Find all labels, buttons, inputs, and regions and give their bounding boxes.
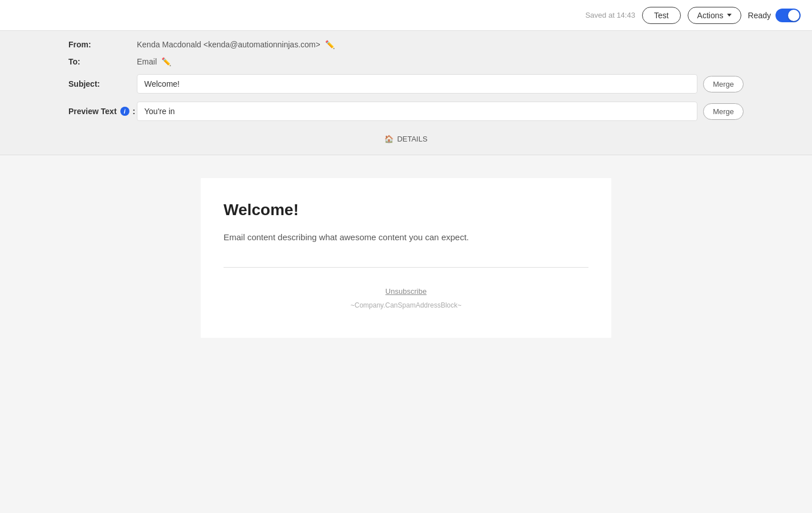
preview-info-icon[interactable]: i — [120, 107, 129, 116]
details-panel: From: Kenda Macdonald <kenda@automationn… — [0, 31, 812, 155]
saved-timestamp: Saved at 14:43 — [585, 11, 635, 19]
from-edit-icon[interactable]: ✏️ — [325, 40, 335, 49]
from-label: From: — [68, 40, 137, 49]
main-content: Welcome! Email content describing what a… — [0, 178, 812, 513]
from-row: From: Kenda Macdonald <kenda@automationn… — [68, 40, 744, 49]
preview-merge-button[interactable]: Merge — [703, 103, 744, 120]
details-toggle-label: DETAILS — [397, 135, 427, 143]
top-bar: Saved at 14:43 Test Actions Ready — [0, 0, 812, 31]
subject-merge-button[interactable]: Merge — [703, 76, 744, 92]
chevron-down-icon — [727, 14, 732, 17]
unsubscribe-link[interactable]: Unsubscribe — [224, 287, 588, 296]
email-title: Welcome! — [224, 201, 588, 219]
test-button[interactable]: Test — [642, 7, 681, 24]
ready-group: Ready — [748, 9, 801, 22]
spam-block: ~Company.CanSpamAddressBlock~ — [351, 301, 462, 309]
subject-label: Subject: — [68, 79, 137, 88]
preview-text-row: Preview Text i : Merge — [68, 102, 744, 121]
email-footer: Unsubscribe ~Company.CanSpamAddressBlock… — [224, 281, 588, 315]
details-toggle[interactable]: 🏠 DETAILS — [68, 129, 744, 146]
ready-toggle[interactable] — [776, 9, 801, 22]
email-preview: Welcome! Email content describing what a… — [201, 178, 611, 338]
subject-input[interactable] — [137, 74, 697, 94]
to-edit-icon[interactable]: ✏️ — [161, 57, 171, 66]
actions-label: Actions — [697, 11, 724, 20]
actions-button[interactable]: Actions — [688, 7, 741, 24]
toggle-knob — [788, 10, 799, 21]
ready-label: Ready — [748, 11, 771, 20]
to-row: To: Email ✏️ — [68, 57, 744, 66]
to-value: Email — [137, 57, 157, 66]
email-divider — [224, 267, 588, 268]
to-label: To: — [68, 57, 137, 66]
preview-text-input[interactable] — [137, 102, 697, 121]
subject-row: Subject: Merge — [68, 74, 744, 94]
email-body: Email content describing what awesome co… — [224, 231, 588, 244]
colon-sep: : — [133, 107, 136, 116]
preview-text-label: Preview Text i : — [68, 107, 137, 116]
from-value: Kenda Macdonald <kenda@automationninjas.… — [137, 40, 320, 49]
house-icon: 🏠 — [384, 135, 393, 143]
